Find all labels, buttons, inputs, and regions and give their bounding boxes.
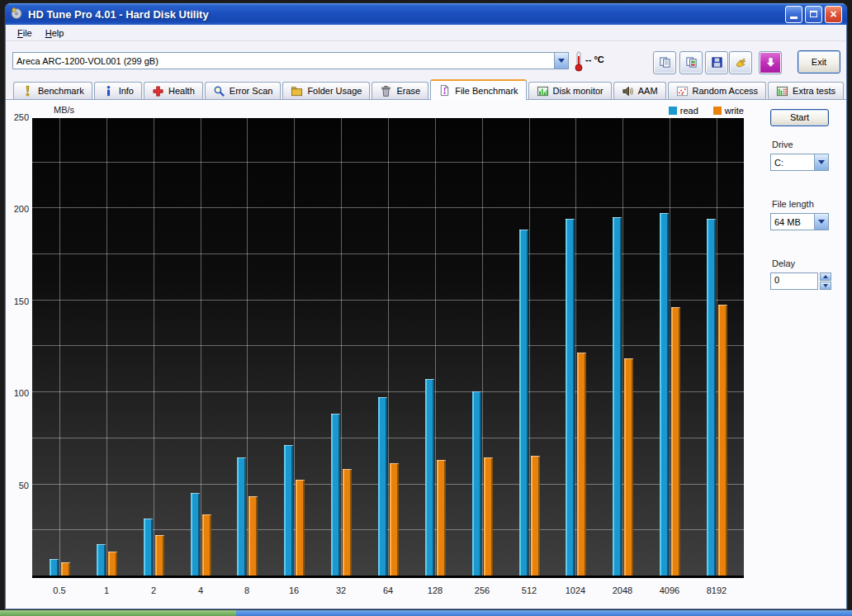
- save-button[interactable]: [705, 51, 728, 74]
- close-button[interactable]: ×: [825, 6, 842, 23]
- tab-info[interactable]: Info: [94, 82, 142, 99]
- benchmark-chart-plot: [32, 118, 744, 578]
- y-tick-label: 150: [6, 296, 29, 306]
- gridline-vertical: [717, 118, 717, 576]
- exit-button[interactable]: Exit: [798, 50, 840, 73]
- gridline-vertical: [670, 118, 670, 576]
- download-button[interactable]: [759, 51, 782, 74]
- copy-text-icon: [659, 56, 671, 70]
- y-tick-label: 50: [6, 481, 29, 490]
- read-bar: [707, 219, 716, 576]
- x-tick-label: 4096: [645, 585, 694, 595]
- delay-input[interactable]: 0: [770, 272, 818, 290]
- trash-icon: [380, 85, 392, 97]
- legend-label: read: [680, 106, 698, 116]
- file-benchmark-panel: MB/s readwrite 25020015010050 0.51248163…: [6, 100, 846, 609]
- x-tick-label: 8192: [692, 585, 741, 595]
- restore-button[interactable]: [805, 6, 822, 23]
- x-tick-label: 0.5: [35, 585, 84, 595]
- gridline-horizontal: [32, 116, 744, 116]
- gridline-vertical: [106, 118, 107, 576]
- y-tick-label: 250: [6, 112, 29, 122]
- tab-label: File Benchmark: [455, 86, 518, 96]
- tab-health[interactable]: Health: [144, 82, 203, 99]
- window-title: HD Tune Pro 4.01 - Hard Disk Utility: [28, 8, 783, 21]
- x-tick-label: 16: [269, 585, 319, 595]
- tab-random-access[interactable]: Random Access: [668, 82, 766, 99]
- read-swatch-icon: [669, 107, 677, 115]
- read-bar: [331, 414, 340, 576]
- write-bar: [248, 496, 258, 576]
- copy-image-button[interactable]: [679, 51, 703, 74]
- chevron-down-icon[interactable]: [554, 53, 568, 69]
- read-bar: [425, 379, 434, 576]
- drive-select-combo[interactable]: Areca ARC-1200-VOL001 (299 gB): [12, 52, 569, 69]
- write-bar: [531, 456, 540, 576]
- write-bar: [624, 358, 633, 576]
- tab-label: Erase: [396, 86, 420, 96]
- start-button[interactable]: Start: [770, 109, 829, 126]
- write-swatch-icon: [713, 107, 722, 115]
- minimize-button[interactable]: [785, 6, 802, 23]
- write-bar: [484, 457, 493, 576]
- tab-error-scan[interactable]: Error Scan: [205, 82, 282, 99]
- read-bar: [191, 493, 200, 576]
- x-tick-label: 128: [410, 585, 460, 595]
- tab-benchmark[interactable]: Benchmark: [13, 82, 92, 99]
- taskbar[interactable]: [0, 610, 852, 616]
- tab-label: Extra tests: [793, 86, 835, 96]
- tab-disk-monitor[interactable]: Disk monitor: [528, 82, 612, 99]
- y-tick-label: 100: [6, 388, 29, 398]
- read-bar: [378, 397, 387, 576]
- read-bar: [144, 519, 153, 576]
- tab-erase[interactable]: Erase: [372, 82, 428, 99]
- write-bar: [108, 552, 117, 576]
- read-bar: [237, 457, 246, 576]
- tab-aam[interactable]: AAM: [613, 82, 666, 99]
- chevron-down-icon[interactable]: [814, 214, 828, 230]
- thermometer-icon: [573, 50, 585, 73]
- legend-item-read: read: [669, 106, 698, 116]
- menu-item-help[interactable]: Help: [39, 26, 71, 40]
- gridline-vertical: [59, 118, 60, 576]
- tab-label: Random Access: [693, 86, 758, 96]
- spin-up-button[interactable]: [820, 272, 831, 281]
- write-bar: [296, 480, 305, 576]
- tab-file-benchmark[interactable]: File Benchmark: [430, 79, 526, 100]
- read-bar: [519, 230, 528, 576]
- tab-label: Error Scan: [230, 86, 273, 96]
- tab-folder-usage[interactable]: Folder Usage: [282, 82, 370, 99]
- tab-extra-tests[interactable]: Extra tests: [768, 82, 844, 99]
- chevron-down-icon[interactable]: [814, 154, 828, 170]
- delay-stepper: [820, 272, 831, 290]
- taskbar-start-segment[interactable]: [0, 610, 236, 616]
- read-bar: [50, 559, 59, 576]
- file-exclaim-icon: [438, 84, 451, 97]
- read-bar: [660, 213, 669, 576]
- file-length-combo[interactable]: 64 MB: [770, 213, 829, 230]
- target-drive-value: C:: [771, 158, 814, 168]
- write-bar: [202, 514, 211, 576]
- write-bar: [155, 535, 164, 576]
- x-tick-label: 1024: [551, 585, 600, 595]
- options-button[interactable]: [729, 51, 752, 74]
- extra-tests-icon: [776, 85, 788, 97]
- menu-item-file[interactable]: File: [11, 26, 39, 40]
- target-drive-combo[interactable]: C:: [770, 154, 829, 171]
- write-bar: [577, 353, 586, 576]
- gridline-vertical: [388, 118, 389, 576]
- tab-label: Info: [119, 86, 134, 96]
- copy-image-icon: [685, 56, 698, 70]
- gridline-vertical: [154, 118, 154, 576]
- read-bar: [566, 219, 575, 576]
- gridline-vertical: [435, 118, 436, 576]
- gridline-vertical: [247, 118, 248, 576]
- copy-text-button[interactable]: [653, 51, 676, 74]
- x-tick-label: 1: [82, 585, 131, 595]
- x-tick-label: 64: [363, 585, 413, 595]
- spin-down-button[interactable]: [820, 282, 831, 290]
- gridline-vertical: [529, 118, 530, 576]
- x-tick-label: 512: [504, 585, 554, 595]
- read-bar: [97, 544, 106, 576]
- tab-label: AAM: [638, 86, 658, 96]
